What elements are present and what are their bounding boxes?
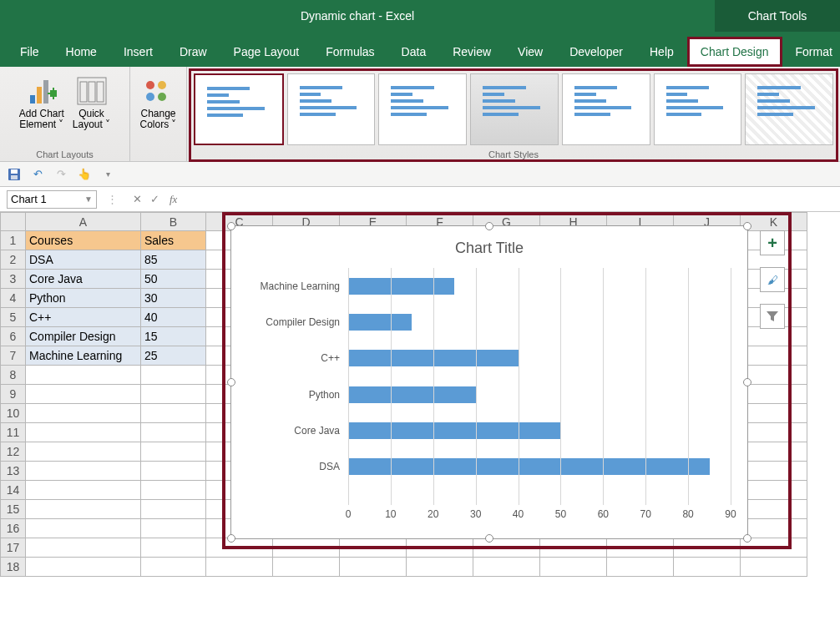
cell[interactable]	[407, 558, 473, 577]
save-button[interactable]	[7, 167, 22, 182]
chart-style-6[interactable]	[654, 73, 742, 145]
cell[interactable]	[141, 481, 206, 500]
cell[interactable]: 15	[141, 327, 206, 346]
chart-object[interactable]: Chart Title Machine LearningCompiler Des…	[224, 214, 790, 548]
tab-data[interactable]: Data	[388, 37, 440, 67]
row-header-4[interactable]: 4	[1, 289, 26, 308]
cell[interactable]: 40	[141, 308, 206, 327]
chart-style-1[interactable]	[194, 73, 284, 145]
worksheet[interactable]: A B C D E F G H I J K 1CoursesSales2DSA8…	[0, 212, 840, 577]
cell[interactable]	[141, 366, 206, 385]
tab-developer[interactable]: Developer	[556, 37, 636, 67]
row-header-17[interactable]: 17	[1, 538, 26, 558]
cell[interactable]	[473, 558, 540, 577]
row-header-12[interactable]: 12	[1, 442, 26, 462]
chart-style-5[interactable]	[562, 73, 650, 145]
plot-area[interactable]: Machine LearningCompiler DesignC++Python…	[256, 268, 731, 505]
cell[interactable]	[141, 538, 206, 558]
enter-icon[interactable]: ✓	[150, 193, 159, 205]
cell[interactable]: DSA	[26, 250, 141, 270]
change-colors-button[interactable]: Change Colors ˅	[139, 70, 176, 130]
cell[interactable]	[340, 558, 407, 577]
cell[interactable]: Machine Learning	[26, 346, 141, 366]
formula-input[interactable]	[187, 190, 833, 209]
row-header-16[interactable]: 16	[1, 519, 26, 538]
cell[interactable]	[26, 481, 141, 500]
cell[interactable]	[141, 442, 206, 462]
cell[interactable]: C++	[26, 308, 141, 327]
cell[interactable]	[26, 462, 141, 481]
fx-icon[interactable]: fx	[170, 193, 177, 206]
cell[interactable]: 30	[141, 289, 206, 308]
tab-view[interactable]: View	[504, 37, 556, 67]
tab-formulas[interactable]: Formulas	[312, 37, 387, 67]
cell[interactable]	[141, 558, 206, 577]
undo-button[interactable]: ↶	[30, 167, 45, 182]
cell[interactable]	[26, 366, 141, 385]
name-box[interactable]: Chart 1 ▼	[7, 190, 97, 209]
cell[interactable]: 50	[141, 270, 206, 289]
cell[interactable]	[26, 442, 141, 462]
row-header-11[interactable]: 11	[1, 423, 26, 442]
tab-file[interactable]: File	[7, 37, 53, 67]
row-header-10[interactable]: 10	[1, 404, 26, 423]
cell[interactable]	[741, 558, 807, 577]
tab-help[interactable]: Help	[636, 37, 687, 67]
cell[interactable]	[141, 385, 206, 404]
cell[interactable]	[141, 404, 206, 423]
bar[interactable]	[348, 314, 412, 331]
cell[interactable]	[26, 558, 141, 577]
chart-styles-gallery[interactable]	[194, 73, 833, 145]
row-header-2[interactable]: 2	[1, 250, 26, 270]
quick-layout-button[interactable]: Quick Layout ˅	[73, 70, 110, 130]
cell[interactable]	[141, 500, 206, 519]
bar[interactable]	[348, 422, 560, 439]
bar[interactable]	[348, 278, 454, 295]
cancel-icon[interactable]: ✕	[133, 193, 142, 205]
row-header-1[interactable]: 1	[1, 231, 26, 250]
tab-home[interactable]: Home	[53, 37, 110, 67]
row-header-14[interactable]: 14	[1, 481, 26, 500]
tab-draw[interactable]: Draw	[166, 37, 220, 67]
row-header-7[interactable]: 7	[1, 346, 26, 366]
cell[interactable]	[141, 519, 206, 538]
tab-chart-design[interactable]: Chart Design	[687, 37, 782, 67]
col-header-A[interactable]: A	[26, 213, 141, 231]
chart-elements-button[interactable]: +	[760, 230, 785, 255]
chart-filter-button[interactable]	[760, 304, 785, 329]
cell[interactable]	[26, 404, 141, 423]
chart-frame[interactable]: Chart Title Machine LearningCompiler Des…	[230, 225, 748, 539]
cell[interactable]: 85	[141, 250, 206, 270]
cell[interactable]	[540, 558, 607, 577]
row-header-13[interactable]: 13	[1, 462, 26, 481]
chart-style-2[interactable]	[287, 73, 376, 145]
cell[interactable]	[141, 462, 206, 481]
chart-title[interactable]: Chart Title	[231, 240, 747, 257]
cell[interactable]	[607, 558, 674, 577]
col-header-B[interactable]: B	[141, 213, 206, 231]
row-header-3[interactable]: 3	[1, 270, 26, 289]
tab-format[interactable]: Format	[782, 37, 841, 67]
row-header-15[interactable]: 15	[1, 500, 26, 519]
tab-insert[interactable]: Insert	[110, 37, 166, 67]
chart-style-4[interactable]	[470, 73, 559, 145]
qat-customize[interactable]: ▾	[100, 167, 115, 182]
cell[interactable]	[26, 423, 141, 442]
select-all-cell[interactable]	[1, 213, 26, 231]
cell[interactable]	[26, 519, 141, 538]
cell[interactable]	[206, 558, 273, 577]
cell[interactable]	[141, 423, 206, 442]
cell[interactable]: Python	[26, 289, 141, 308]
cell[interactable]	[26, 500, 141, 519]
more-icon[interactable]: ⋮	[107, 193, 118, 205]
tab-page-layout[interactable]: Page Layout	[220, 37, 313, 67]
row-header-18[interactable]: 18	[1, 558, 26, 577]
cell[interactable]: Courses	[26, 231, 141, 250]
cell[interactable]	[26, 538, 141, 558]
row-header-5[interactable]: 5	[1, 308, 26, 327]
cell[interactable]	[273, 558, 340, 577]
tab-review[interactable]: Review	[439, 37, 504, 67]
chart-style-3[interactable]	[378, 73, 467, 145]
cell[interactable]: 25	[141, 346, 206, 366]
chart-style-7[interactable]	[745, 73, 833, 145]
